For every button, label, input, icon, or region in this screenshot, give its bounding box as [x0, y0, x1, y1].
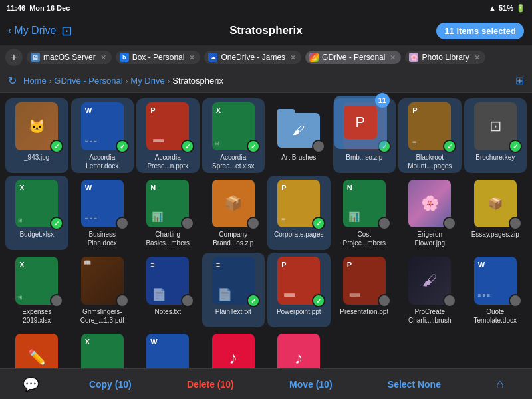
- file-item[interactable]: 🐱 ✓ _943.jpg: [5, 98, 68, 173]
- file-label: Accordia Prese...n.pptx: [142, 153, 193, 170]
- file-item[interactable]: X ⊞ Spreadsheet.xlsx: [71, 330, 134, 368]
- tab-gdrive-personal[interactable]: △ GDrive - Personal ✕: [305, 51, 401, 64]
- tab-label-macos: macOS Server: [43, 53, 96, 62]
- file-label: Charting Basics...mbers: [142, 230, 193, 247]
- breadcrumb-home[interactable]: Home: [23, 76, 47, 86]
- add-tab-button[interactable]: +: [5, 49, 23, 66]
- selected-check: ✓: [312, 217, 325, 230]
- file-item[interactable]: W ≡ ≡ ≡ Word Docu...nt.docx: [136, 330, 200, 368]
- file-grid: 🐱 ✓ _943.jpg W ≡ ≡ ≡ ✓ Accordia Letter.d…: [0, 93, 532, 368]
- tab-close-gdrive[interactable]: ✕: [390, 53, 396, 62]
- file-label: _943.jpg: [24, 153, 49, 162]
- file-label: Budget.xlsx: [19, 230, 54, 239]
- file-item[interactable]: X ⊞ ✓ Budget.xlsx: [5, 176, 68, 250]
- file-label: Presentation.ppt: [340, 307, 388, 316]
- status-date: Mon 16 Dec: [29, 4, 70, 12]
- breadcrumb-mydrive[interactable]: My Drive: [130, 76, 164, 86]
- refresh-icon[interactable]: ↻: [8, 74, 17, 87]
- breadcrumb-bar: ↻ Home › GDrive - Personal › My Drive › …: [0, 69, 532, 93]
- status-bar: 11:46 Mon 16 Dec ▲ 51% 🔋: [0, 0, 532, 16]
- selected-check: ✓: [116, 140, 129, 153]
- file-item[interactable]: ⊡ ✓ Brochure.key: [464, 98, 527, 173]
- file-item[interactable]: P ≡ ✓ Corporate.pages: [267, 176, 331, 250]
- file-item[interactable]: 📖 Grimslingers-Core_...1.3.pdf: [71, 253, 134, 327]
- file-item[interactable]: 🌸 Erigeron Flower.jpg: [398, 176, 462, 250]
- tab-close-onedrive[interactable]: ✕: [290, 53, 296, 62]
- file-item[interactable]: 🖌 ProCreate Charli...l.brush: [398, 253, 462, 327]
- unselected-check: [509, 217, 522, 230]
- file-item[interactable]: P ≡ ✓ Blackroot Mount....pages: [398, 98, 462, 173]
- select-none-button[interactable]: Select None: [382, 376, 446, 392]
- move-button[interactable]: Move (10): [284, 376, 338, 392]
- file-item[interactable]: P ▬ ✓ Powerpoint.ppt: [267, 253, 331, 327]
- battery-status: 51%: [499, 4, 513, 12]
- photo-icon: 🌸: [409, 53, 418, 62]
- chat-icon[interactable]: 💬: [23, 376, 39, 392]
- tab-onedrive-james[interactable]: ☁ OneDrive - James ✕: [204, 51, 301, 64]
- page-title: Stratospherix: [229, 24, 303, 37]
- tab-box-personal[interactable]: b Box - Personal ✕: [116, 51, 201, 64]
- file-item[interactable]: ≡ 📄 ✓ PlainText.txt: [202, 253, 265, 327]
- file-item[interactable]: 📦 Company Brand...os.zip: [202, 176, 265, 250]
- file-item[interactable]: ✏️ School Repor...es.zip: [5, 330, 68, 368]
- selected-check: ✓: [443, 140, 456, 153]
- tab-close-macos[interactable]: ✕: [100, 53, 106, 62]
- unselected-check: [116, 294, 129, 307]
- file-label: Brochure.key: [475, 153, 515, 162]
- file-item[interactable]: W ≡ ≡ ≡ Business Plan.docx: [71, 176, 134, 250]
- file-label: Accordia Letter.docx: [77, 153, 128, 170]
- file-item[interactable]: N 📊 Charting Basics...mbers: [136, 176, 200, 250]
- status-time: 11:46: [7, 4, 25, 12]
- ipad-icon: ⊡: [61, 23, 72, 39]
- file-label: Corporate.pages: [274, 230, 324, 239]
- tab-close-box[interactable]: ✕: [189, 53, 195, 62]
- file-label: Bmb...so.zip: [346, 153, 382, 162]
- unselected-check: [509, 294, 522, 307]
- file-label: Essay.pages.zip: [471, 230, 519, 239]
- tab-macos-server[interactable]: 🖥 macOS Server ✕: [27, 51, 112, 64]
- items-selected-button[interactable]: 11 items selected: [436, 23, 524, 39]
- grid-options-icon[interactable]: ⊞: [515, 74, 524, 87]
- tab-close-photo[interactable]: ✕: [474, 53, 480, 62]
- file-item[interactable]: 📦 Essay.pages.zip: [464, 176, 527, 250]
- file-item[interactable]: ♪ x 04 04 Baby, you're...e.mp3: [267, 330, 331, 368]
- breadcrumb-gdrive[interactable]: GDrive - Personal: [54, 76, 122, 86]
- selected-check: ✓: [247, 140, 260, 153]
- unselected-check: [378, 294, 391, 307]
- file-item[interactable]: P ▬ Presentation.ppt: [333, 253, 396, 327]
- selected-check: ✓: [247, 294, 260, 307]
- nav-bar: ‹ My Drive ⊡ Stratospherix 11 items sele…: [0, 16, 532, 45]
- file-item[interactable]: P P 11 ✓ Bmb...so.zip: [333, 98, 396, 173]
- tab-label-gdrive: GDrive - Personal: [322, 53, 385, 62]
- back-button[interactable]: ‹ My Drive ⊡: [8, 23, 72, 39]
- file-item[interactable]: X ⊞ ✓ Accordia Sprea...et.xlsx: [202, 98, 265, 173]
- battery-icon: 🔋: [516, 4, 525, 13]
- tab-label-photo: Photo Library: [422, 53, 469, 62]
- file-label: Grimslingers-Core_...1.3.pdf: [77, 307, 128, 325]
- file-item[interactable]: X ⊞ Expenses 2019.xlsx: [5, 253, 68, 327]
- file-label: Blackroot Mount....pages: [404, 153, 455, 170]
- unselected-check: [443, 294, 456, 307]
- file-item[interactable]: N 📊 Cost Projec...mbers: [333, 176, 396, 250]
- file-label: PlainText.txt: [215, 307, 251, 316]
- file-item[interactable]: W ≡ ≡ ≡ ✓ Accordia Letter.docx: [71, 98, 134, 173]
- gdrive-icon: △: [309, 53, 319, 62]
- unselected-check: [181, 294, 194, 307]
- tabs-bar: + 🖥 macOS Server ✕ b Box - Personal ✕ ☁ …: [0, 45, 532, 69]
- file-item[interactable]: W ≡ ≡ ≡ Quote Template.docx: [464, 253, 527, 327]
- file-item[interactable]: 🖌 Art Brushes: [267, 98, 331, 173]
- tab-photo-library[interactable]: 🌸 Photo Library ✕: [405, 51, 485, 64]
- file-item[interactable]: ♪ x 01 01 Broth...nd.mp3: [202, 330, 265, 368]
- file-label: Quote Template.docx: [470, 307, 521, 325]
- copy-button[interactable]: Copy (10): [84, 376, 137, 392]
- unselected-check: [116, 217, 129, 230]
- chevron-left-icon: ‹: [8, 25, 11, 37]
- file-item[interactable]: P ▬ ✓ Accordia Prese...n.pptx: [136, 98, 200, 173]
- delete-button[interactable]: Delete (10): [182, 376, 239, 392]
- breadcrumb-current: Stratospherix: [172, 76, 223, 86]
- unselected-check: [312, 140, 325, 153]
- macos-icon: 🖥: [31, 53, 40, 62]
- file-label: Cost Projec...mbers: [339, 230, 390, 247]
- file-item[interactable]: ≡ 📄 Notes.txt: [136, 253, 200, 327]
- home-icon[interactable]: ⌂: [491, 374, 509, 394]
